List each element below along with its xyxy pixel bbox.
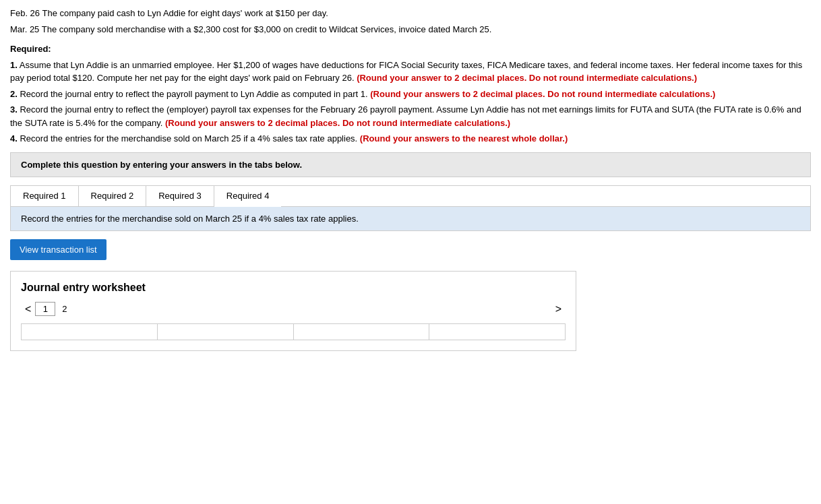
- page-current[interactable]: 1: [35, 302, 55, 316]
- item-3-red: (Round your answers to 2 decimal places.…: [165, 118, 510, 128]
- transaction-lines: Feb. 26 The company paid cash to Lyn Add…: [10, 7, 811, 36]
- item-4-text: Record the entries for the merchandise s…: [20, 133, 359, 144]
- item-2-red: (Round your answers to 2 decimal places.…: [370, 89, 715, 99]
- journal-entry-table: [21, 323, 566, 340]
- page-next-label: 2: [55, 303, 73, 315]
- item-1-number: 1.: [10, 60, 18, 70]
- tab-required-3[interactable]: Required 3: [146, 186, 214, 206]
- tab-required-2[interactable]: Required 2: [79, 186, 147, 206]
- tab-content-text: Record the entries for the merchandise s…: [21, 214, 359, 224]
- item-4-red: (Round your answers to the nearest whole…: [360, 133, 568, 144]
- instruction-text: Complete this question by entering your …: [21, 160, 302, 170]
- tab-required-1[interactable]: Required 1: [11, 186, 79, 206]
- transaction-line-1: Feb. 26 The company paid cash to Lyn Add…: [10, 7, 811, 20]
- table-cell: [429, 323, 566, 340]
- item-2: 2. Record the journal entry to reflect t…: [10, 88, 811, 101]
- page-next-button[interactable]: >: [551, 302, 566, 317]
- table-cell: [22, 323, 158, 340]
- table-cell: [293, 323, 429, 340]
- item-3-number: 3.: [10, 104, 18, 115]
- tab-content: Record the entries for the merchandise s…: [11, 207, 810, 230]
- view-transaction-list-button[interactable]: View transaction list: [10, 239, 107, 260]
- item-4-number: 4.: [10, 133, 18, 144]
- item-2-text: Record the journal entry to reflect the …: [20, 89, 370, 99]
- item-4: 4. Record the entries for the merchandis…: [10, 132, 811, 146]
- table-cell: [157, 323, 293, 340]
- tabs-container: Required 1 Required 2 Required 3 Require…: [10, 185, 811, 231]
- worksheet-box: Journal entry worksheet < 1 2 >: [10, 271, 576, 351]
- item-3: 3. Record the journal entry to reflect t…: [10, 103, 811, 129]
- pagination-row: < 1 2 >: [21, 302, 566, 317]
- tabs-row: Required 1 Required 2 Required 3 Require…: [11, 186, 810, 207]
- required-label: Required:: [10, 44, 51, 54]
- worksheet-title: Journal entry worksheet: [21, 282, 566, 294]
- required-section: Required: 1. Assume that Lyn Addie is an…: [10, 42, 811, 146]
- tab-required-4[interactable]: Required 4: [214, 186, 282, 207]
- item-2-number: 2.: [10, 89, 18, 99]
- page-prev-button[interactable]: <: [21, 302, 35, 317]
- item-1-red: (Round your answer to 2 decimal places. …: [357, 73, 697, 83]
- item-1: 1. Assume that Lyn Addie is an unmarried…: [10, 59, 811, 85]
- transaction-line-2: Mar. 25 The company sold merchandise wit…: [10, 23, 811, 36]
- table-row: [22, 323, 566, 340]
- instruction-box: Complete this question by entering your …: [10, 152, 811, 177]
